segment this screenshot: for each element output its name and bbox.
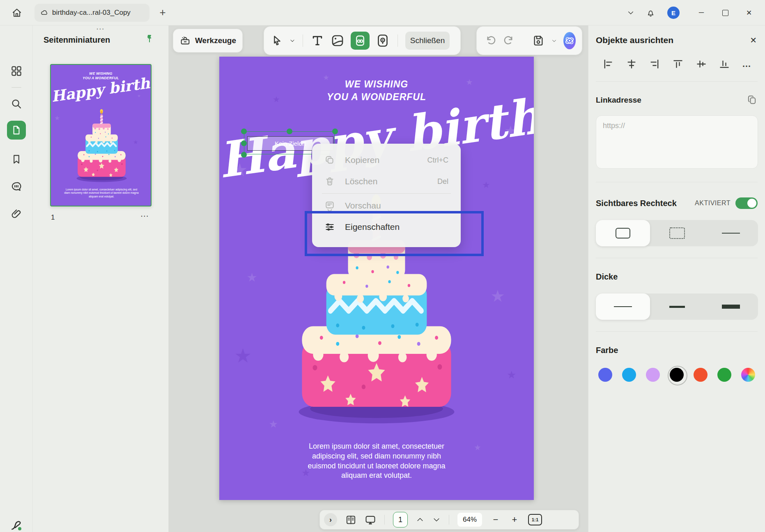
color-swatch-blue[interactable] (598, 368, 612, 382)
alignment-buttons: … (596, 58, 758, 70)
apps-grid-icon[interactable] (10, 65, 23, 77)
color-swatch-green[interactable] (717, 368, 731, 382)
thickness-medium-option[interactable] (650, 294, 704, 320)
page-thumbnail[interactable]: ★ ★ ★ WE WISHINGYOU A WONDERFUL Happy bi… (50, 64, 152, 206)
signature-icon[interactable] (10, 519, 23, 532)
undo-icon[interactable] (484, 34, 496, 47)
two-page-view-icon[interactable] (345, 514, 356, 525)
style-underline-option[interactable] (704, 220, 758, 246)
align-left-icon[interactable] (602, 58, 614, 70)
color-swatch-orange[interactable] (694, 368, 708, 382)
link-address-input[interactable] (596, 115, 758, 169)
actual-size-button[interactable]: 1:1 (528, 514, 542, 525)
trash-icon (324, 176, 335, 187)
selection-handle[interactable] (287, 128, 292, 134)
more-alignment-options-icon[interactable]: … (742, 62, 751, 66)
visible-rectangle-toggle[interactable] (735, 197, 758, 209)
align-bottom-icon[interactable] (719, 58, 730, 70)
chevron-down-icon[interactable] (551, 38, 557, 44)
color-swatch-cyan[interactable] (622, 368, 636, 382)
visible-rectangle-label: Sichtbares Rechteck (596, 199, 677, 208)
toggle-state-label: AKTIVIERT (695, 200, 731, 207)
user-avatar[interactable]: E (667, 7, 680, 19)
menu-item-loeschen[interactable]: Löschen Del (312, 171, 461, 192)
next-page-icon[interactable] (432, 516, 441, 524)
history-toolbar (476, 26, 582, 55)
home-button[interactable] (7, 3, 26, 22)
werkzeuge-button[interactable]: Werkzeuge (173, 29, 243, 53)
sidebar-item-page-thumbnails[interactable] (7, 121, 26, 140)
schliessen-button[interactable]: Schließen (405, 32, 450, 50)
align-right-icon[interactable] (649, 58, 660, 70)
thumbnail-more-button[interactable]: ⋯ (140, 211, 149, 221)
new-tab-button[interactable]: + (156, 5, 169, 19)
selection-handle[interactable] (332, 128, 338, 134)
expand-bar-button[interactable]: › (324, 513, 337, 526)
close-panel-icon[interactable]: ✕ (750, 35, 757, 45)
rectangle-style-selector (596, 220, 758, 246)
color-swatch-lilac[interactable] (646, 368, 660, 382)
current-page-input[interactable]: 1 (393, 512, 408, 527)
presentation-mode-icon[interactable] (365, 514, 376, 525)
maximize-button[interactable] (713, 0, 737, 25)
cloud-icon (40, 9, 48, 17)
thumb-card-body: Lorem ipsum dolor sit amet, consectetuer… (62, 188, 140, 198)
bookmark-icon[interactable] (11, 154, 22, 165)
comment-icon[interactable] (10, 181, 23, 193)
color-swatch-black-selected[interactable] (670, 368, 684, 382)
thickness-thin-option[interactable] (596, 294, 650, 320)
thickness-label: Dicke (596, 272, 618, 281)
zoom-level-value[interactable]: 64% (457, 513, 482, 527)
menu-item-kopieren[interactable]: Kopieren Ctrl+C (312, 149, 461, 171)
chevron-down-icon[interactable] (289, 38, 295, 44)
page-link-tool-active[interactable] (351, 32, 370, 50)
thumbnails-panel: ⋯ Seitenminiaturen ★ ★ ★ WE WISHINGYOU A… (33, 25, 169, 532)
pin-icon[interactable] (145, 34, 154, 44)
left-icon-rail (0, 25, 33, 532)
preview-icon (324, 200, 335, 211)
document-tab[interactable]: birthday-ca...ral-03_Copy (34, 4, 149, 22)
card-body-text: Lorem ipsum dolor sit amet, consectetuer… (305, 442, 448, 481)
werkzeuge-label: Werkzeuge (195, 36, 236, 45)
search-icon[interactable] (10, 98, 23, 110)
thumb-cake-host (62, 107, 141, 183)
link-address-label: Linkadresse (596, 96, 641, 104)
align-middle-vertical-icon[interactable] (696, 58, 707, 70)
save-icon[interactable] (532, 34, 545, 47)
style-solid-rect-option[interactable] (596, 220, 650, 246)
cake-illustration (62, 107, 141, 183)
link-toolbar: Schließen (264, 26, 461, 55)
notification-bell-icon[interactable] (640, 8, 661, 18)
view-controls-bar: › 1 64% − + 1:1 (319, 510, 579, 530)
page-number-label: 1 (51, 213, 55, 222)
copy-icon (324, 155, 335, 165)
copy-link-icon[interactable] (746, 94, 758, 105)
text-link-tool[interactable] (310, 32, 324, 50)
zoom-in-button[interactable]: + (509, 514, 520, 525)
minimize-button[interactable]: ─ (689, 0, 713, 25)
thickness-thick-option[interactable] (704, 294, 758, 320)
align-top-icon[interactable] (672, 58, 684, 70)
redo-icon[interactable] (503, 34, 515, 47)
page-icon (11, 124, 22, 136)
close-window-button[interactable]: ✕ (737, 0, 761, 25)
zoom-out-button[interactable]: − (490, 514, 501, 525)
attachment-icon[interactable] (10, 208, 23, 220)
align-center-horizontal-icon[interactable] (626, 58, 637, 70)
select-tool[interactable] (271, 32, 284, 50)
image-link-tool[interactable] (330, 32, 345, 50)
document-page[interactable]: ★ ★ ★ ★ ★ ★ ★ ★ ★ ★ ★ ★ ★ ★ WE WISHING Y… (219, 57, 534, 500)
selection-handle[interactable] (241, 152, 247, 158)
selection-handle[interactable] (241, 128, 247, 134)
selection-handle[interactable] (241, 140, 247, 146)
ai-assistant-button[interactable] (563, 32, 576, 49)
color-swatch-rainbow[interactable] (741, 368, 755, 382)
previous-page-icon[interactable] (416, 516, 424, 524)
style-dotted-rect-option[interactable] (650, 220, 704, 246)
thickness-selector (596, 294, 758, 320)
location-link-tool[interactable] (375, 32, 390, 50)
chevron-down-icon[interactable] (621, 9, 640, 16)
tab-title: birthday-ca...ral-03_Copy (52, 9, 131, 17)
link-annotation-label: Kein Zielort (275, 140, 306, 147)
titlebar: birthday-ca...ral-03_Copy + E ─ ✕ (0, 0, 765, 25)
